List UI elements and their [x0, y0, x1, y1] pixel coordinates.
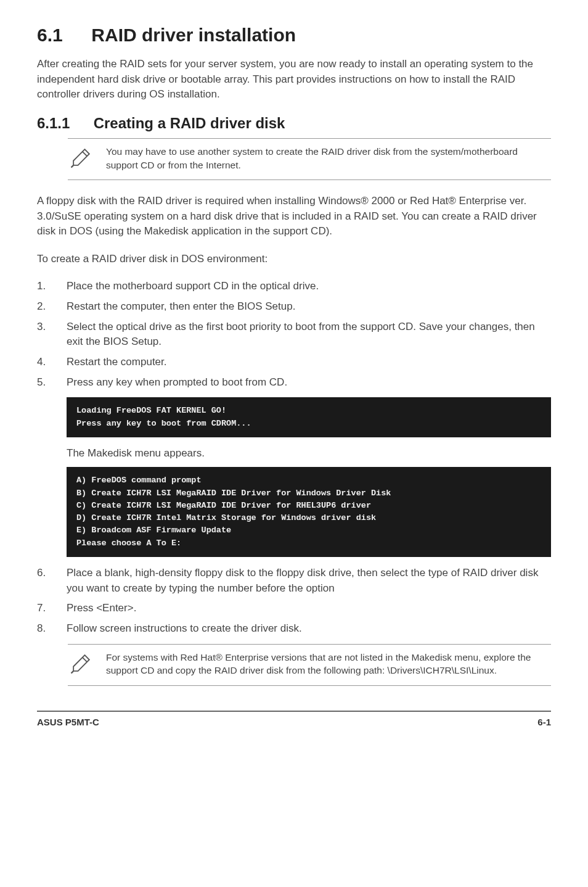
step-4: Restart the computer.	[37, 355, 551, 370]
paragraph-1: A floppy disk with the RAID driver is re…	[37, 194, 551, 239]
step-3: Select the optical drive as the first bo…	[37, 320, 551, 350]
note-box-1: You may have to use another system to cr…	[68, 138, 551, 180]
note-text-1: You may have to use another system to cr…	[106, 144, 551, 171]
section-title: RAID driver installation	[91, 25, 296, 45]
note-text-2: For systems with Red Hat® Enterprise ver…	[106, 650, 551, 677]
pencil-note-icon	[68, 144, 95, 173]
section-number: 6.1	[37, 25, 86, 46]
step-5: Press any key when prompted to boot from…	[37, 375, 551, 390]
terminal-output-2: A) FreeDOS command prompt B) Create ICH7…	[67, 467, 551, 557]
step-6: Place a blank, high-density floppy disk …	[37, 566, 551, 596]
subsection-title: Creating a RAID driver disk	[94, 115, 285, 131]
footer-right: 6-1	[537, 717, 551, 727]
step-7: Press <Enter>.	[37, 601, 551, 616]
steps-list-1: Place the motherboard support CD in the …	[37, 279, 551, 390]
paragraph-2: To create a RAID driver disk in DOS envi…	[37, 252, 551, 267]
step-8: Follow screen instructions to create the…	[37, 621, 551, 637]
subsection-heading: 6.1.1 Creating a RAID driver disk	[37, 115, 551, 132]
step-1: Place the motherboard support CD in the …	[37, 279, 551, 294]
section-heading: 6.1 RAID driver installation	[37, 25, 551, 46]
page-footer: ASUS P5MT-C 6-1	[37, 711, 551, 727]
note-box-2: For systems with Red Hat® Enterprise ver…	[68, 644, 551, 686]
footer-left: ASUS P5MT-C	[37, 717, 99, 727]
section-intro: After creating the RAID sets for your se…	[37, 57, 551, 102]
subsection-number: 6.1.1	[37, 115, 89, 132]
terminal-output-1: Loading FreeDOS FAT KERNEL GO! Press any…	[67, 397, 551, 437]
steps-list-2: Place a blank, high-density floppy disk …	[37, 566, 551, 637]
step-2: Restart the computer, then enter the BIO…	[37, 299, 551, 315]
pencil-note-icon	[68, 650, 95, 679]
paragraph-3: The Makedisk menu appears.	[67, 446, 551, 461]
